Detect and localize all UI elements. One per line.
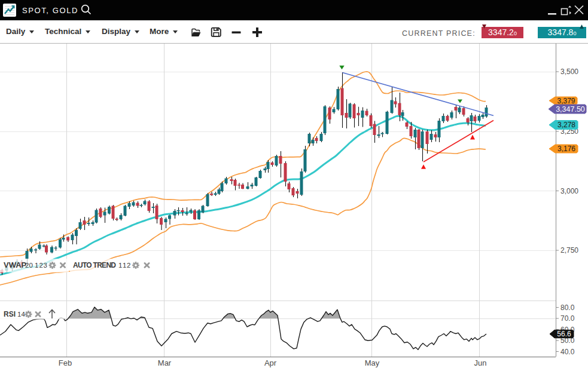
svg-text:80.0: 80.0 <box>560 303 575 312</box>
svg-text:3,000: 3,000 <box>560 187 578 195</box>
svg-text:Apr: Apr <box>264 358 277 367</box>
svg-text:2: 2 <box>39 262 43 269</box>
svg-text:2: 2 <box>127 262 130 269</box>
svg-text:May: May <box>365 358 380 367</box>
svg-text:14: 14 <box>17 311 25 318</box>
svg-text:1: 1 <box>123 262 126 269</box>
svg-text:40.0: 40.0 <box>560 348 575 356</box>
svg-text:1: 1 <box>118 262 122 269</box>
svg-text:56.6: 56.6 <box>557 330 571 338</box>
svg-text:1: 1 <box>35 262 38 269</box>
svg-text:3: 3 <box>44 262 47 269</box>
svg-text:3,500: 3,500 <box>560 68 578 76</box>
svg-text:20: 20 <box>25 262 33 269</box>
svg-text:3,176: 3,176 <box>557 145 575 153</box>
svg-text:VWAP: VWAP <box>4 260 27 269</box>
svg-text:3,379: 3,379 <box>557 97 575 105</box>
svg-text:Mar: Mar <box>158 358 172 367</box>
svg-text:70.0: 70.0 <box>560 314 575 323</box>
svg-text:Jun: Jun <box>474 358 487 367</box>
svg-text:3,278: 3,278 <box>557 121 575 129</box>
svg-text:2,750: 2,750 <box>560 246 578 255</box>
svg-text:AUTO TREND: AUTO TREND <box>73 261 116 269</box>
svg-text:RSI: RSI <box>4 310 16 318</box>
svg-text:3,347.50: 3,347.50 <box>556 105 585 114</box>
svg-text:Feb: Feb <box>59 358 72 367</box>
